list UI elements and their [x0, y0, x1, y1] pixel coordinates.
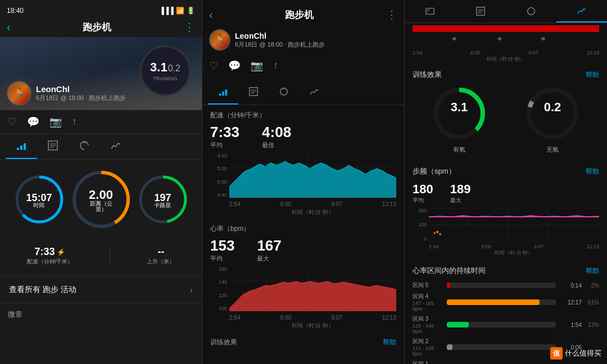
right-top-tabs — [405, 0, 607, 23]
pace-icon: ⚡ — [57, 248, 65, 256]
footer: 微章 — [0, 303, 202, 325]
mid-share-icon[interactable]: ↑ — [273, 60, 278, 72]
right-tab-map[interactable] — [405, 0, 455, 22]
svg-point-46 — [541, 37, 545, 40]
zone-2-bar-container — [447, 344, 556, 350]
right-tab-stats[interactable] — [455, 0, 506, 22]
cadence-help[interactable]: 帮助 — [586, 167, 599, 176]
pace-chart-section: 配速（分钟/千米） 7:33 平均 4:08 最佳 4:10 5:00 5:50… — [202, 105, 404, 220]
tab-stats[interactable] — [37, 134, 69, 159]
mid-like-icon[interactable]: ♡ — [209, 60, 218, 72]
action-row: ♡ 💬 📷 ↑ — [0, 110, 202, 134]
hr-avg-value: 153 — [210, 237, 234, 254]
mid-tab-activity[interactable] — [208, 81, 238, 104]
right-tab-graph[interactable] — [556, 0, 607, 22]
mid-tab-row — [202, 81, 404, 105]
watch-face: 3.1 0.2 TRAINING — [140, 46, 191, 96]
svg-rect-1 — [20, 145, 22, 150]
zone-3-bar — [447, 322, 469, 327]
back-button[interactable]: ‹ — [7, 21, 11, 34]
training-effect-header: 训练效果 帮助 — [413, 70, 599, 80]
mid-timestamp: 6月18日 @ 18:00 · 跑步机上跑步 — [235, 40, 325, 49]
watermark-logo: 值 — [550, 347, 563, 360]
time-label: 时间 — [26, 203, 52, 208]
hr-max-label: 最大 — [257, 254, 281, 263]
cadence-avg-value: 180 — [413, 182, 433, 197]
mid-tab-stats[interactable] — [238, 81, 269, 104]
cadence-section: 步频（spm） 帮助 180 平均 189 最大 200 100 0 — [405, 162, 607, 261]
avatar: 🏃 — [7, 81, 31, 106]
hr-zones-title: 心率区间内的持续时间 — [413, 266, 486, 276]
wifi-icon: 📶 — [176, 7, 184, 15]
right-top-chart: 2:54 6:00 9:07 12:13 时间（时:分:秒） — [405, 23, 607, 64]
zone-5-row: 区间 5 0:14 2% — [413, 281, 599, 289]
mid-nav-title: 跑步机 — [285, 8, 314, 21]
distance-label: 距离（公里） — [85, 201, 116, 212]
mid-action-row: ♡ 💬 📷 ↑ — [209, 55, 397, 76]
mid-tab-laps[interactable] — [269, 81, 299, 104]
cadence-max-value: 189 — [450, 182, 471, 197]
zone-4-pct: 61% — [585, 299, 599, 306]
training-effect-title: 训练效果 — [413, 70, 442, 80]
mid-user-row: 🏃 LeonChl 6月18日 @ 18:00 · 跑步机上跑步 — [209, 25, 397, 55]
cadence-max-label: 最大 — [450, 197, 471, 204]
cadence-y-axis: 200 100 0 — [413, 208, 427, 242]
view-all-button[interactable]: 查看所有 跑步 活动 › — [0, 276, 202, 303]
hr-chart-stats: 153 平均 167 最大 — [210, 237, 396, 263]
mid-user-info: LeonChl 6月18日 @ 18:00 · 跑步机上跑步 — [235, 31, 325, 49]
mid-help-link[interactable]: 帮助 — [383, 338, 396, 347]
cadence-avg: 180 平均 — [413, 182, 433, 204]
pace-label: 配速（分钟/千米） — [27, 258, 74, 266]
battery-icon: 🔋 — [187, 7, 195, 15]
like-icon[interactable]: ♡ — [8, 116, 17, 128]
training-effect-help[interactable]: 帮助 — [586, 70, 599, 80]
left-nav-title: 跑步机 — [83, 21, 111, 34]
right-tab-laps[interactable] — [506, 0, 556, 22]
left-nav-bar: ‹ 跑步机 ⋮ — [7, 17, 195, 37]
hr-chart-section: 心率（bpm） 153 平均 167 最大 160 140 120 100 — [202, 220, 404, 332]
more-menu-button[interactable]: ⋮ — [184, 20, 195, 34]
camera-icon[interactable]: 📷 — [49, 116, 62, 128]
svg-rect-2 — [24, 143, 26, 150]
mid-camera-icon[interactable]: 📷 — [251, 60, 263, 72]
zone-3-label: 区间 3 — [413, 315, 443, 323]
mid-more-button[interactable]: ⋮ — [386, 8, 397, 21]
secondary-stats: 7:33 ⚡ 配速（分钟/千米） -- 上升（米） — [0, 242, 202, 274]
svg-rect-16 — [225, 89, 228, 95]
elevation-stat: -- 上升（米） — [147, 246, 175, 266]
left-header: 18:40 ▐▐▐ 📶 🔋 ‹ 跑步机 ⋮ — [0, 0, 202, 37]
mid-header: ‹ 跑步机 ⋮ 🏃 LeonChl 6月18日 @ 18:00 · 跑步机上跑步… — [202, 0, 404, 81]
tab-activity[interactable] — [6, 134, 37, 159]
tab-laps[interactable] — [69, 134, 100, 159]
zone-4-range: 147 - 165 bpm — [413, 301, 443, 312]
pace-chart-stats: 7:33 平均 4:08 最佳 — [210, 124, 396, 149]
time-metric: 15:07 时间 — [14, 174, 65, 227]
zone-1-row: 区间 1 92 - 109 bpm — [413, 360, 599, 364]
tab-graph[interactable] — [100, 134, 132, 159]
pace-chart-wrapper: 4:10 5:00 5:50 6:40 — [210, 153, 396, 216]
share-icon[interactable]: ↑ — [72, 116, 77, 128]
svg-point-58 — [436, 231, 438, 233]
footer-label: 微章 — [8, 310, 22, 319]
hr-zones-help[interactable]: 帮助 — [586, 266, 599, 276]
comment-icon[interactable]: 💬 — [27, 116, 39, 128]
time-value: 15:07 — [26, 193, 52, 203]
zone-4-time: 12:17 — [559, 299, 582, 306]
pace-avg-stat: 7:33 平均 — [210, 124, 239, 149]
status-bar: 18:40 ▐▐▐ 📶 🔋 — [7, 4, 195, 17]
calories-label: 卡路里 — [154, 203, 171, 208]
pace-y-axis: 4:10 5:00 5:50 6:40 — [210, 153, 227, 198]
hr-y-axis: 160 140 120 100 — [210, 266, 227, 311]
timestamp-left: 6月18日 @ 18:00 · 跑步机上跑步 — [36, 94, 126, 102]
mid-back-button[interactable]: ‹ — [209, 8, 213, 21]
mid-tab-graph[interactable] — [299, 81, 329, 104]
svg-rect-0 — [17, 148, 19, 150]
right-panel: 2:54 6:00 9:07 12:13 时间（时:分:秒） 训练效果 帮助 3… — [405, 0, 607, 364]
middle-panel: ‹ 跑步机 ⋮ 🏃 LeonChl 6月18日 @ 18:00 · 跑步机上跑步… — [202, 0, 405, 364]
pace-x-title: 时间（时:分:秒） — [229, 208, 396, 216]
pace-best-stat: 4:08 最佳 — [262, 124, 291, 149]
hr-max-stat: 167 最大 — [257, 237, 281, 263]
mid-comment-icon[interactable]: 💬 — [228, 60, 241, 72]
svg-text:3.1: 3.1 — [451, 100, 468, 114]
zone-5-label: 区间 5 — [413, 281, 443, 289]
